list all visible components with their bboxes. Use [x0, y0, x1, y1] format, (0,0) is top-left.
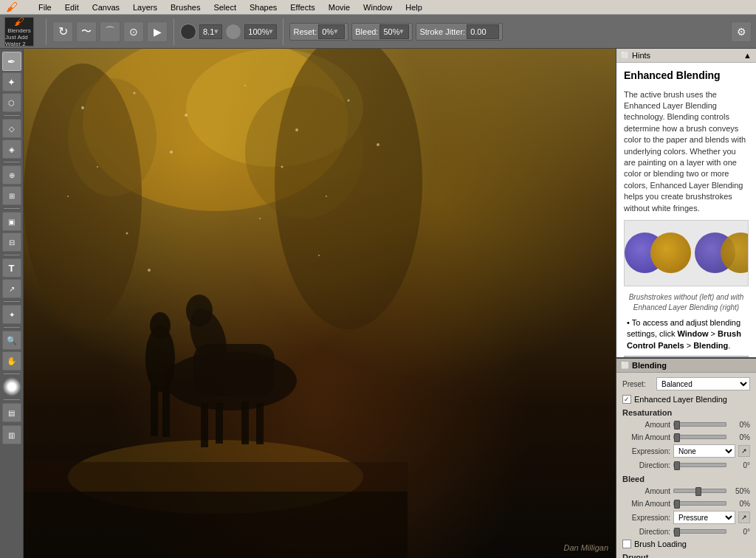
amount-label-2: Amount: [622, 487, 670, 495]
resaturation-amount-slider[interactable]: [673, 419, 726, 430]
left-tool-sep-5: [4, 301, 20, 302]
svg-point-19: [245, 86, 363, 218]
resaturation-direction-slider[interactable]: [673, 460, 726, 470]
bleed-direction-row: Direction: 0°: [622, 526, 750, 537]
hints-scroll-up[interactable]: ▲: [743, 51, 752, 60]
svg-point-13: [150, 312, 171, 339]
menu-file[interactable]: File: [35, 2, 55, 13]
eraser-tool-btn[interactable]: ◇: [2, 119, 21, 138]
resaturation-direction-row: Direction: 0°: [622, 460, 750, 470]
svg-point-18: [68, 78, 157, 196]
menu-bar: 🖌 File Edit Canvas Layers Brushes Select…: [0, 0, 756, 15]
resaturation-section-label: Resaturation: [622, 408, 750, 417]
menu-canvas[interactable]: Canvas: [89, 2, 123, 13]
preset-row: Preset: Balanced: [622, 377, 750, 390]
enhanced-blending-checkbox[interactable]: ✓: [622, 395, 631, 404]
shape-tool-btn[interactable]: ⬡: [2, 93, 21, 112]
artist-credit: Dan Milligan: [563, 543, 608, 552]
menu-edit[interactable]: Edit: [62, 2, 82, 13]
jitter-label: Stroke Jitter:: [419, 27, 465, 36]
resaturation-min-slider[interactable]: [673, 432, 726, 442]
resaturation-value[interactable]: 0%▾: [318, 24, 345, 39]
panel-screenshot: Blending Preset:High Blend ✓ Enhanced La…: [624, 356, 749, 357]
svg-rect-15: [162, 387, 170, 437]
effect-tool-btn[interactable]: ✦: [2, 305, 21, 324]
svg-point-32: [326, 196, 327, 197]
menu-select[interactable]: Select: [210, 2, 239, 13]
resaturation-expression-btn[interactable]: ↗: [738, 445, 750, 457]
bleed-value[interactable]: 50%▾: [379, 24, 409, 39]
brush-variant-btn[interactable]: ↻: [52, 21, 73, 42]
text-tool-btn[interactable]: T: [2, 258, 21, 278]
menu-effects[interactable]: Effects: [287, 2, 317, 13]
expression-label-1: Expression:: [622, 447, 670, 455]
bleed-amount-row: Amount 50%: [622, 486, 750, 496]
left-tool-sep-1: [4, 115, 20, 116]
main-area: ✒ ✦ ⬡ ◇ ◈ ⊕ ⊞ ▣ ⊟ T ↗ ✦ 🔍 ✋ ▤ ▥: [0, 49, 756, 558]
resaturation-expression-select[interactable]: None: [673, 444, 735, 458]
expression-label-2: Expression:: [622, 514, 670, 522]
smear-tool-btn[interactable]: ◈: [2, 140, 21, 159]
app-name: Blenders: [7, 27, 31, 34]
menu-layers[interactable]: Layers: [130, 2, 160, 13]
menu-help[interactable]: Help: [402, 2, 425, 13]
transform-tool-btn[interactable]: ↗: [2, 279, 21, 298]
logo-icon: 🖌: [14, 16, 24, 27]
resaturation-min-row: Min Amount 0%: [622, 432, 750, 442]
brush-size-value[interactable]: 8.1 ▾: [199, 24, 222, 39]
amount-label-1: Amount: [622, 421, 670, 429]
bleed-direction-slider[interactable]: [673, 526, 726, 537]
menu-shapes[interactable]: Shapes: [247, 2, 280, 13]
svg-point-31: [377, 143, 379, 146]
resaturation-amount-row: Amount 0%: [622, 419, 750, 430]
svg-point-35: [148, 269, 151, 272]
bleed-min-slider[interactable]: [673, 498, 726, 509]
bleed-expression-select[interactable]: Pressure: [673, 511, 735, 524]
bleed-section-label: Bleed: [622, 475, 750, 483]
layer-tool-btn[interactable]: ▤: [2, 403, 21, 422]
menu-brushes[interactable]: Brushes: [168, 2, 203, 13]
clone-tool-btn[interactable]: ⊞: [2, 186, 21, 205]
bleed-expression-btn[interactable]: ↗: [738, 512, 750, 523]
brush-stroke-btn[interactable]: 〜: [76, 21, 97, 42]
min-amount-label-2: Min Amount: [622, 500, 670, 508]
brush-stroke-2-btn[interactable]: ⌒: [100, 21, 120, 42]
settings-btn[interactable]: ⚙: [731, 21, 752, 42]
bleed-control: Bleed: 50%▾: [351, 23, 413, 41]
bleed-amount-slider[interactable]: [673, 486, 726, 496]
svg-rect-20: [24, 492, 408, 558]
svg-rect-14: [151, 385, 158, 436]
brush-tool-btn[interactable]: ✒: [2, 52, 21, 71]
left-tool-sep-7: [4, 373, 20, 374]
brush-playback-btn[interactable]: ▶: [147, 21, 168, 42]
crop-tool-btn[interactable]: ⊟: [2, 232, 21, 252]
brush-record-btn[interactable]: ⊙: [123, 21, 144, 42]
brush-opacity-value[interactable]: 100% ▾: [244, 24, 277, 39]
fill-tool-btn[interactable]: ⊕: [2, 165, 21, 185]
pen-tool-btn[interactable]: ✦: [2, 72, 21, 92]
toolbar: 🖌 Blenders Just Add Water 2 ↻ 〜 ⌒ ⊙ ▶ 8.…: [0, 15, 756, 49]
zoom-tool-btn[interactable]: 🔍: [2, 331, 21, 350]
menu-movie[interactable]: Movie: [326, 2, 353, 13]
preset-select[interactable]: Balanced: [656, 377, 750, 390]
svg-rect-9: [256, 403, 264, 444]
brush-loading-checkbox[interactable]: [622, 540, 631, 548]
blending-panel-label: Blending: [632, 361, 667, 370]
toolbar-separator-3: [283, 18, 284, 45]
pan-tool-btn[interactable]: ✋: [2, 351, 21, 371]
enhanced-blending-row: ✓ Enhanced Layer Blending: [622, 395, 750, 404]
hints-content[interactable]: Enhanced Blending The active brush uses …: [616, 63, 756, 357]
layer-tool-2-btn[interactable]: ▥: [2, 425, 21, 444]
svg-point-28: [170, 151, 173, 154]
svg-point-33: [126, 232, 128, 235]
direction-label-1: Direction:: [622, 461, 670, 469]
jitter-value[interactable]: 0.00: [467, 24, 499, 39]
color-picker-btn[interactable]: [2, 377, 21, 396]
toolbar-separator-1: [46, 18, 47, 45]
brush-demo-image: [624, 220, 749, 286]
jitter-control: Stroke Jitter: 0.00: [416, 23, 503, 41]
menu-window[interactable]: Window: [360, 2, 395, 13]
selection-tool-btn[interactable]: ▣: [2, 212, 21, 231]
resaturation-min-val: 0%: [729, 433, 750, 441]
canvas-area[interactable]: Dan Milligan: [24, 49, 616, 558]
